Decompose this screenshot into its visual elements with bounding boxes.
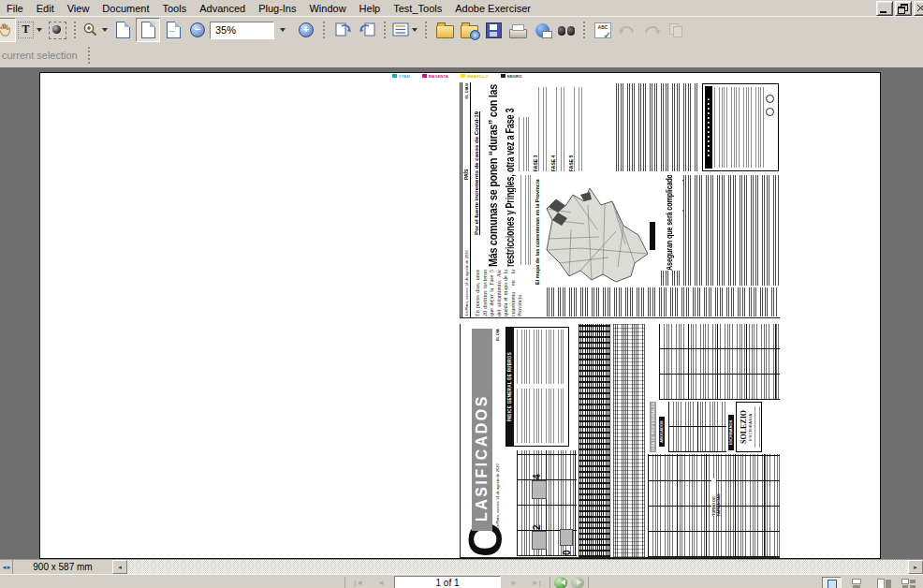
ad-photo [532,480,547,499]
solezio-ad-box: SOLEZIO ESCRIBANÍA [736,402,762,452]
binoculars-icon [558,26,575,37]
facing-layout-button[interactable] [871,577,890,588]
pdf-page[interactable]: CYAN MAGENTA AMARILLO NEGRO La Plata, vi… [39,72,881,559]
zoom-out-button[interactable]: − [186,19,209,41]
rotate-counterclockwise-button[interactable] [356,19,378,41]
open-button[interactable] [433,19,456,41]
folder-globe-icon [461,25,478,38]
zoom-level-combobox[interactable]: 35% [210,22,274,39]
classifieds-banner: LASIFICADOS [472,329,492,531]
page-number-field[interactable]: 1 of 1 [394,576,501,588]
rotate-clockwise-button[interactable] [331,19,354,41]
toolbar-grip[interactable] [424,21,429,39]
menu-plugins[interactable]: Plug-Ins [252,2,302,15]
list-panel-icon [392,22,409,37]
undo-arrow-icon [618,22,637,37]
classifieds-dateline: La Plata, viernes 14 de agosto de 2020 E… [495,329,501,529]
last-page-button[interactable]: ►| [527,577,546,588]
redo-button[interactable] [640,19,663,41]
document-pane[interactable]: CYAN MAGENTA AMARILLO NEGRO La Plata, vi… [0,67,923,559]
previous-view-button[interactable] [554,577,567,588]
zoom-in-button[interactable]: + [295,19,317,41]
menu-advanced[interactable]: Advanced [193,2,252,15]
magenta-mark: MAGENTA [422,74,448,79]
body-text-column [547,287,777,316]
black-swatch-icon [501,74,505,78]
minimize-button[interactable] [876,1,893,16]
province-quarantine-map [543,175,657,286]
zoom-combobox-arrow-icon[interactable] [280,28,286,35]
email-button[interactable] [531,19,553,41]
magnifier-plus-icon [82,22,99,38]
continuous-facing-layout-button[interactable] [895,577,915,588]
snapshot-icon [49,22,66,39]
toolbar-grip[interactable] [383,21,388,39]
single-page-layout-button[interactable] [822,577,842,588]
scroll-right-button[interactable]: ► [908,560,923,574]
yellow-mark: AMARILLO [461,74,489,79]
fit-width-button[interactable]: ↔ [162,19,184,41]
zoom-tool-button[interactable] [82,19,110,41]
fit-page-button[interactable] [136,18,160,42]
official-notice-box [702,83,779,171]
dense-listings-band [579,324,610,557]
divider [344,577,345,588]
menu-window[interactable]: Window [302,2,352,15]
abogados-label: ABOGADOS [659,417,665,447]
next-view-button[interactable] [571,577,584,588]
menu-view[interactable]: View [61,2,96,15]
official-seal-icon [766,108,774,116]
plus-icon: + [299,22,314,37]
front-section-label: PAÍS [463,169,469,180]
previous-page-button[interactable]: ◄ [372,577,390,588]
continuous-layout-button[interactable] [846,577,866,588]
map-caption: El mapa de las cuarentenas en la Provinc… [535,174,540,285]
menu-test-tools[interactable]: Test_Tools [387,2,448,15]
guia-profesionales-label: GUÍA DE PROFESIONALES [650,402,656,452]
copy-button[interactable] [665,19,687,41]
save-button[interactable] [482,19,505,41]
toolbar-grip[interactable] [322,21,327,39]
ad-badge: 0 [562,550,572,555]
page-navigation: |◄ ◄ 1 of 1 ► ►| [344,576,589,588]
escribanos-label: ESCRIBANOS [728,415,734,450]
next-page-button[interactable]: ► [505,577,523,588]
front-kicker: Por el fuerte incremento de casos de Cov… [474,82,479,265]
toolbar-grip[interactable] [73,21,78,39]
toolbar-grip[interactable] [582,21,587,39]
close-button[interactable] [914,1,923,16]
snapshot-tool-button[interactable] [46,19,68,41]
single-page-icon [828,580,837,588]
navigation-pane-button[interactable] [392,19,419,41]
menu-file[interactable]: File [0,2,30,15]
print-button[interactable] [506,19,529,41]
horizontal-scrollbar-track[interactable] [127,560,908,574]
actual-size-button[interactable] [111,19,134,41]
open-from-web-button[interactable] [458,19,480,41]
search-button[interactable] [555,19,578,41]
toolbar-grip[interactable] [87,46,92,65]
minus-icon: − [190,22,205,37]
scroll-left-button[interactable]: ◄ [112,560,127,574]
redo-arrow-icon [642,22,661,37]
front-dateline: La Plata, viernes 14 de agosto de 2020 [464,250,469,316]
spellcheck-button[interactable]: ABC [592,19,614,41]
menu-document[interactable]: Document [95,2,155,15]
first-page-button[interactable]: |◄ [349,577,368,588]
menu-adobe-exerciser[interactable]: Adobe Exerciser [448,2,537,15]
divider [549,577,550,588]
restore-button[interactable] [895,1,912,16]
menu-edit[interactable]: Edit [30,2,61,15]
body-text-column [616,83,698,171]
body-text-column [520,175,532,265]
menu-help[interactable]: Help [353,2,388,15]
facing-icon [877,579,885,588]
cyan-mark: CYAN [392,74,410,79]
menu-tools[interactable]: Tools [156,2,194,15]
chevron-down-icon [37,28,42,35]
undo-button[interactable] [616,19,638,41]
pane-splitter-button[interactable]: ◄► [0,560,13,574]
hand-tool-button[interactable] [0,18,16,42]
text-select-tool-button[interactable]: T [18,19,44,41]
current-selection-label[interactable]: current selection [0,50,78,61]
